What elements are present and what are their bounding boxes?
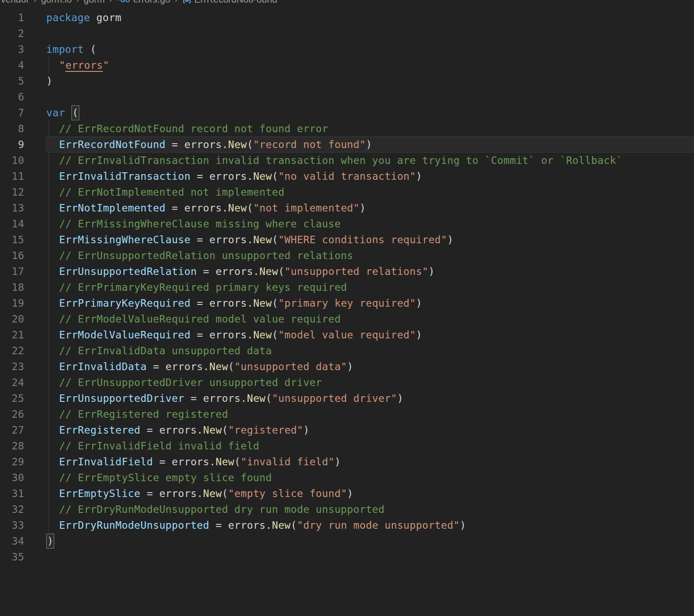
line-text: ErrInvalidTransaction = errors.New("no v… [46,168,694,184]
token-string: "primary key required" [278,297,416,309]
line-number[interactable]: 22 [0,343,24,359]
line-text: // ErrInvalidTransaction invalid transac… [46,152,694,168]
code-line[interactable]: 15ErrMissingWhereClause = errors.New("WH… [0,232,694,248]
code-line[interactable]: 8// ErrRecordNotFound record not found e… [0,121,694,137]
code-line[interactable]: 9ErrRecordNotFound = errors.New("record … [0,137,694,152]
line-number[interactable]: 32 [0,501,24,517]
code-line[interactable]: 25ErrUnsupportedDriver = errors.New("uns… [0,390,694,406]
breadcrumb-item-file[interactable]: GO errors.go [116,0,170,5]
code-line[interactable]: 4"errors" [0,57,694,73]
line-number[interactable]: 14 [0,216,24,232]
code-line[interactable]: 31ErrEmptySlice = errors.New("empty slic… [0,486,694,501]
line-number[interactable]: 10 [0,152,24,168]
line-number[interactable]: 1 [0,10,24,26]
code-line[interactable]: 14// ErrMissingWhereClause missing where… [0,216,694,232]
line-number[interactable]: 23 [0,359,24,375]
line-number[interactable]: 16 [0,248,24,263]
line-number[interactable]: 28 [0,438,24,454]
gutter-spacer [24,549,46,565]
token-function: New [203,424,222,436]
code-line[interactable]: 20// ErrModelValueRequired model value r… [0,311,694,327]
code-line[interactable]: 5) [0,73,694,89]
line-text: ) [46,533,694,549]
code-line[interactable]: 24// ErrUnsupportedDriver unsupported dr… [0,375,694,390]
token-bracket-match: ( [71,105,79,120]
line-number[interactable]: 12 [0,184,24,200]
line-number[interactable]: 13 [0,200,24,216]
line-number[interactable]: 24 [0,375,24,390]
breadcrumb-item-symbol[interactable]: ErrRecordNotFound [182,0,277,5]
code-line[interactable]: 11ErrInvalidTransaction = errors.New("no… [0,168,694,184]
token-plain [65,107,71,119]
code-line[interactable]: 23ErrInvalidData = errors.New("unsupport… [0,359,694,375]
code-line[interactable]: 1package gorm [0,10,694,26]
line-number[interactable]: 33 [0,517,24,533]
breadcrumb-item-vendor[interactable]: vendor [1,0,29,5]
breadcrumb-item-gorm-io[interactable]: gorm.io [41,0,72,5]
token-variable: ErrRegistered [59,424,141,436]
code-line[interactable]: 32// ErrDryRunModeUnsupported dry run mo… [0,501,694,517]
line-number[interactable]: 30 [0,470,24,486]
breadcrumb: vendor › gorm.io › gorm › GO errors.go ›… [0,0,694,6]
line-number[interactable]: 8 [0,121,24,137]
line-number[interactable]: 15 [0,232,24,248]
line-number[interactable]: 20 [0,311,24,327]
token-string: "invalid field" [241,456,335,468]
token-string: "model value required" [278,329,416,341]
code-line[interactable]: 18// ErrPrimaryKeyRequired primary keys … [0,279,694,295]
code-line[interactable]: 16// ErrUnsupportedRelation unsupported … [0,248,694,263]
code-line[interactable]: 19ErrPrimaryKeyRequired = errors.New("pr… [0,295,694,311]
line-number[interactable]: 6 [0,89,24,105]
code-line[interactable]: 6 [0,89,694,105]
code-line[interactable]: 27ErrRegistered = errors.New("registered… [0,422,694,438]
line-text: ErrEmptySlice = errors.New("empty slice … [46,486,694,501]
line-number[interactable]: 27 [0,422,24,438]
code-line[interactable]: 35 [0,549,694,565]
gutter-spacer [24,422,46,438]
code-line[interactable]: 33ErrDryRunModeUnsupported = errors.New(… [0,517,694,533]
token-function: New [253,234,272,245]
gutter-spacer [24,390,46,406]
token-string: " [59,59,65,71]
code-line[interactable]: 29ErrInvalidField = errors.New("invalid … [0,454,694,470]
line-text [46,26,694,41]
code-line[interactable]: 26// ErrRegistered registered [0,406,694,422]
code-line[interactable]: 34) [0,533,694,549]
breadcrumb-item-gorm[interactable]: gorm [84,0,105,5]
line-number[interactable]: 21 [0,327,24,343]
line-number[interactable]: 11 [0,168,24,184]
line-number[interactable]: 31 [0,486,24,501]
code-line[interactable]: 30// ErrEmptySlice empty slice found [0,470,694,486]
code-line[interactable]: 3import ( [0,41,694,57]
code-line[interactable]: 28// ErrInvalidField invalid field [0,438,694,454]
token-plain: ( [247,139,253,150]
token-function: New [253,171,272,182]
code-line[interactable]: 10// ErrInvalidTransaction invalid trans… [0,152,694,168]
token-function: New [272,520,291,531]
line-number[interactable]: 17 [0,263,24,279]
code-line[interactable]: 12// ErrNotImplemented not implemented [0,184,694,200]
line-number[interactable]: 18 [0,279,24,295]
token-plain: = errors. [190,171,253,182]
line-number[interactable]: 25 [0,390,24,406]
line-number[interactable]: 26 [0,406,24,422]
code-line[interactable]: 7var ( [0,105,694,121]
line-number[interactable]: 2 [0,26,24,41]
token-comment: // ErrUnsupportedRelation unsupported re… [59,250,353,261]
breadcrumb-label: gorm [84,0,105,5]
line-number[interactable]: 4 [0,57,24,73]
code-line[interactable]: 21ErrModelValueRequired = errors.New("mo… [0,327,694,343]
line-number[interactable]: 5 [0,73,24,89]
line-text [46,549,694,565]
code-line[interactable]: 17ErrUnsupportedRelation = errors.New("u… [0,263,694,279]
code-line[interactable]: 13ErrNotImplemented = errors.New("not im… [0,200,694,216]
code-line[interactable]: 22// ErrInvalidData unsupported data [0,343,694,359]
line-number[interactable]: 34 [0,533,24,549]
line-number[interactable]: 19 [0,295,24,311]
line-number[interactable]: 3 [0,41,24,57]
line-number[interactable]: 29 [0,454,24,470]
line-number[interactable]: 35 [0,549,24,565]
line-number[interactable]: 7 [0,105,24,121]
line-number[interactable]: 9 [0,137,24,152]
code-line[interactable]: 2 [0,26,694,41]
